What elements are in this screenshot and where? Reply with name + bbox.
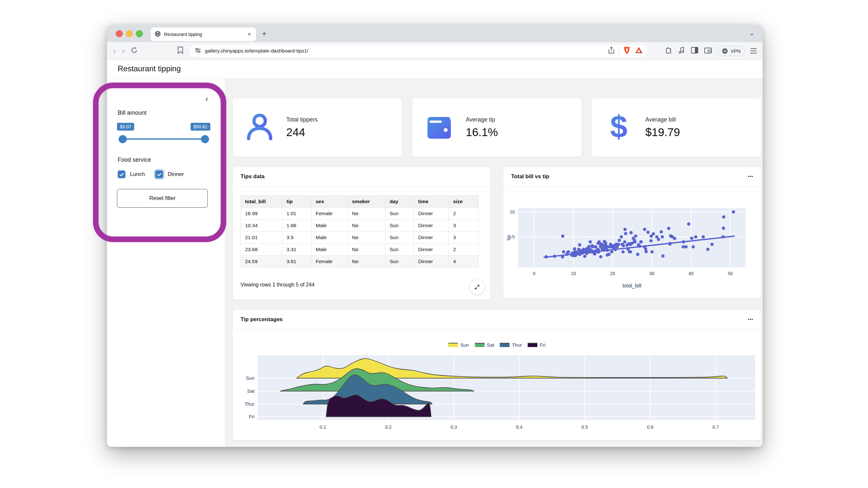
person-icon xyxy=(233,111,286,144)
tab-strip: Restaurant tipping × + ⌄ xyxy=(107,25,763,42)
card-menu-icon[interactable]: ••• xyxy=(748,174,753,179)
page-title: Restaurant tipping xyxy=(118,64,181,73)
tips-table-body: 16.991.01FemaleNoSunDinner210.341.66Male… xyxy=(241,208,479,268)
value-box-value: $19.79 xyxy=(645,126,680,139)
tab-search-chevron-icon[interactable]: ⌄ xyxy=(749,29,755,37)
value-box-label: Average bill xyxy=(645,116,680,123)
reload-button[interactable] xyxy=(130,46,138,56)
url-bar[interactable]: gallery.shinyapps.io/template-dashboard-… xyxy=(190,45,648,57)
column-header[interactable]: sex xyxy=(311,196,348,208)
svg-text:10: 10 xyxy=(571,271,576,276)
tips-data-card: Tips data total_billtipsexsmokerdaytimes… xyxy=(233,167,490,300)
slider-min-badge: $3.07 xyxy=(117,123,134,131)
svg-text:0.6: 0.6 xyxy=(647,424,653,430)
table-row[interactable]: 10.341.66MaleNoSunDinner3 xyxy=(241,220,479,232)
table-row[interactable]: 24.593.61FemaleNoSunDinner4 xyxy=(241,256,479,268)
expand-table-button[interactable] xyxy=(470,280,485,295)
bill-amount-label: Bill amount xyxy=(118,109,147,116)
window-zoom-button[interactable] xyxy=(136,30,143,37)
media-control-icon[interactable] xyxy=(678,46,685,56)
lunch-checkbox[interactable] xyxy=(118,170,125,178)
bookmark-icon[interactable] xyxy=(177,46,184,56)
column-header[interactable]: size xyxy=(449,196,479,208)
column-header[interactable]: time xyxy=(414,196,449,208)
table-header-row: total_billtipsexsmokerdaytimesize xyxy=(241,196,479,208)
vpn-button[interactable]: VPN xyxy=(718,46,745,56)
vpn-status-icon xyxy=(722,48,728,54)
column-header[interactable]: tip xyxy=(282,196,311,208)
column-header[interactable]: day xyxy=(385,196,414,208)
dinner-label[interactable]: Dinner xyxy=(167,171,184,177)
browser-tab[interactable]: Restaurant tipping × xyxy=(151,28,256,41)
extensions-puzzle-icon[interactable] xyxy=(665,46,673,56)
window-close-button[interactable] xyxy=(116,30,123,37)
browser-window: Restaurant tipping × + ⌄ ‹ › gallery.shi… xyxy=(107,25,763,447)
bill-amount-slider-track[interactable] xyxy=(123,138,205,140)
svg-text:20: 20 xyxy=(610,271,615,276)
dollar-icon: $ xyxy=(592,111,645,144)
sidebar-collapse-button[interactable]: ‹ xyxy=(206,94,208,103)
card-title: Tips data xyxy=(241,173,483,180)
svg-text:$: $ xyxy=(610,111,627,144)
card-header: Total bill vs tip ••• xyxy=(503,167,761,186)
dinner-checkbox[interactable] xyxy=(155,170,163,178)
svg-text:0.5: 0.5 xyxy=(582,424,588,430)
tab-title: Restaurant tipping xyxy=(164,32,243,37)
card-menu-icon[interactable]: ••• xyxy=(748,317,753,322)
new-tab-button[interactable]: + xyxy=(262,29,267,38)
value-box-average-bill: $ Average bill $19.79 xyxy=(592,98,761,157)
table-status-text: Viewing rows 1 through 5 of 244 xyxy=(241,282,314,288)
svg-text:total_bill: total_bill xyxy=(622,283,642,289)
svg-text:Fri: Fri xyxy=(249,414,255,419)
svg-text:5: 5 xyxy=(512,234,515,239)
app-header: Restaurant tipping xyxy=(107,60,763,79)
value-box-average-tip: Average tip 16.1% xyxy=(412,98,582,157)
svg-text:40: 40 xyxy=(688,271,693,276)
url-text[interactable]: gallery.shinyapps.io/template-dashboard-… xyxy=(205,48,608,54)
lunch-label[interactable]: Lunch xyxy=(130,171,145,177)
scatter-plot[interactable]: 01020304050510total_billtip xyxy=(503,186,761,298)
sidebar: ‹ Bill amount $3.07 $50.81 Food service … xyxy=(107,79,225,447)
check-icon xyxy=(157,172,162,177)
svg-text:0.4: 0.4 xyxy=(516,424,523,430)
wallet-icon xyxy=(412,113,466,142)
value-box-value: 16.1% xyxy=(466,126,498,139)
forward-button[interactable]: › xyxy=(119,47,128,56)
column-header[interactable]: smoker xyxy=(348,196,385,208)
slider-handle-max[interactable] xyxy=(201,135,209,143)
ridgeline-plot[interactable]: 0.10.20.30.40.50.60.7SunSatThurFri xyxy=(233,329,761,441)
vpn-label: VPN xyxy=(731,48,741,54)
slider-handle-min[interactable] xyxy=(119,135,127,143)
menu-hamburger-icon[interactable] xyxy=(750,48,757,54)
value-box-total-tippers: Total tippers 244 xyxy=(233,98,402,157)
card-header: Tips data xyxy=(233,167,490,186)
sidebar-toggle-icon[interactable] xyxy=(691,47,699,55)
dashboard-main: Total tippers 244 Average tip 16.1% xyxy=(225,79,763,447)
value-box-label: Average tip xyxy=(466,116,498,123)
table-row[interactable]: 21.013.5MaleNoSunDinner3 xyxy=(241,232,479,244)
globe-favicon-icon xyxy=(155,31,161,38)
table-row[interactable]: 23.683.31MaleNoSunDinner2 xyxy=(241,244,479,256)
table-row[interactable]: 16.991.01FemaleNoSunDinner2 xyxy=(241,208,479,220)
toolbar-actions: VPN xyxy=(665,46,763,56)
value-box-value: 244 xyxy=(286,126,318,139)
column-header[interactable]: total_bill xyxy=(241,196,282,208)
back-button[interactable]: ‹ xyxy=(110,47,119,56)
tip-percentages-card: Tip percentages ••• SunSatThurFri 0.10.2… xyxy=(233,310,761,441)
card-header: Tip percentages ••• xyxy=(233,310,761,329)
bat-rewards-icon[interactable] xyxy=(634,46,643,56)
window-minimize-button[interactable] xyxy=(126,30,133,37)
share-icon[interactable] xyxy=(608,46,615,56)
svg-text:0: 0 xyxy=(533,271,535,276)
divider xyxy=(619,47,619,55)
value-box-label: Total tippers xyxy=(286,116,318,123)
card-title: Tip percentages xyxy=(241,316,748,323)
brave-shield-icon[interactable] xyxy=(623,46,631,56)
tab-close-icon[interactable]: × xyxy=(246,31,252,38)
svg-text:Sun: Sun xyxy=(246,375,254,381)
svg-text:Sat: Sat xyxy=(247,388,254,394)
reset-filter-button[interactable]: Reset filter xyxy=(117,189,208,208)
tips-table[interactable]: total_billtipsexsmokerdaytimesize 16.991… xyxy=(241,195,479,268)
wallet-toolbar-icon[interactable] xyxy=(704,47,712,55)
site-settings-icon[interactable] xyxy=(194,47,202,56)
